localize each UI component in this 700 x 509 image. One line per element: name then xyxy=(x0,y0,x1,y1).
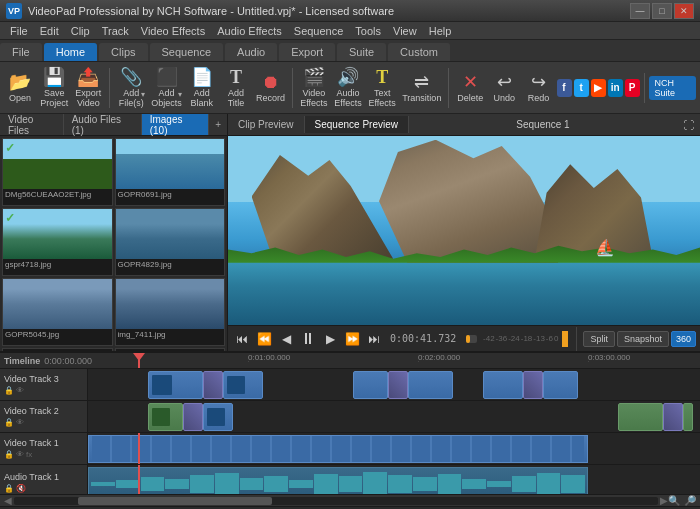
video-track-3-content[interactable] xyxy=(88,369,700,400)
track-lock-icon[interactable]: 🔒 xyxy=(4,484,14,493)
menu-sequence[interactable]: Sequence xyxy=(288,24,350,38)
media-tab-add[interactable]: + xyxy=(209,116,227,133)
zoom-in-icon[interactable]: 🔎 xyxy=(684,495,696,506)
timeline-clip[interactable] xyxy=(483,371,523,399)
timeline-transition[interactable] xyxy=(183,403,203,431)
tab-home[interactable]: Home xyxy=(44,43,97,61)
media-item[interactable]: 🖼 xyxy=(115,348,226,351)
maximize-button[interactable]: □ xyxy=(652,3,672,19)
media-item[interactable]: img_7411.jpg xyxy=(115,278,226,346)
add-title-button[interactable]: T Add Title xyxy=(220,65,252,111)
zoom-out-icon[interactable]: 🔍 xyxy=(668,495,680,506)
scroll-thumb[interactable] xyxy=(78,497,271,505)
tab-custom[interactable]: Custom xyxy=(388,43,450,61)
timeline-clip[interactable] xyxy=(353,371,388,399)
close-button[interactable]: ✕ xyxy=(674,3,694,19)
media-item[interactable]: gspr4718.jpg ✓ xyxy=(2,208,113,276)
timeline-clip[interactable] xyxy=(543,371,578,399)
export-video-button[interactable]: 📤 Export Video xyxy=(72,65,104,111)
video-track-1-content[interactable] xyxy=(88,433,700,464)
menu-audio-effects[interactable]: Audio Effects xyxy=(211,24,288,38)
media-item[interactable]: GOPR0691.jpg xyxy=(115,138,226,206)
media-item[interactable]: DMg56CUEAAO2ET.jpg ✓ xyxy=(2,138,113,206)
bottom-scrollbar[interactable]: ◀ ▶ 🔍 🔎 xyxy=(0,494,700,506)
menu-video-effects[interactable]: Video Effects xyxy=(135,24,211,38)
play-prev-button[interactable]: ⏪ xyxy=(254,329,274,349)
tab-file[interactable]: File xyxy=(0,43,42,61)
menu-clip[interactable]: Clip xyxy=(65,24,96,38)
track-mute-icon[interactable]: 🔇 xyxy=(16,484,26,493)
scroll-right-arrow[interactable]: ▶ xyxy=(660,495,668,506)
play-back-button[interactable]: ◀ xyxy=(276,329,296,349)
tab-clips[interactable]: Clips xyxy=(99,43,147,61)
timeline-transition[interactable] xyxy=(663,403,683,431)
fullscreen-button[interactable]: ⛶ xyxy=(677,116,700,134)
progress-bar[interactable] xyxy=(466,335,477,343)
youtube-button[interactable]: ▶ xyxy=(591,79,606,97)
transition-button[interactable]: ⇌ Transition xyxy=(400,65,443,111)
timeline-clip[interactable] xyxy=(148,403,183,431)
audio-clip[interactable] xyxy=(88,467,588,495)
nch-suite-button[interactable]: NCH Suite xyxy=(649,76,697,100)
vr-360-button[interactable]: 360 xyxy=(671,331,696,347)
track-lock-icon[interactable]: 🔒 xyxy=(4,450,14,459)
add-files-button[interactable]: 📎 Add File(s) xyxy=(115,65,147,111)
timeline-clip[interactable] xyxy=(203,403,233,431)
menu-track[interactable]: Track xyxy=(96,24,135,38)
video-effects-button[interactable]: 🎬 Video Effects xyxy=(298,65,330,111)
audio-effects-button[interactable]: 🔊 Audio Effects xyxy=(332,65,364,111)
tab-export[interactable]: Export xyxy=(279,43,335,61)
media-item[interactable]: 🖼 xyxy=(2,348,113,351)
split-button[interactable]: Split xyxy=(583,331,615,347)
linkedin-button[interactable]: in xyxy=(608,79,623,97)
open-button[interactable]: 📂 Open xyxy=(4,65,36,111)
pinterest-button[interactable]: P xyxy=(625,79,640,97)
play-start-button[interactable]: ⏮ xyxy=(232,329,252,349)
add-blank-button[interactable]: 📄 Add Blank xyxy=(186,65,218,111)
timeline-clip[interactable] xyxy=(683,403,693,431)
save-project-button[interactable]: 💾 Save Project xyxy=(38,65,70,111)
track-lock-icon[interactable]: 🔒 xyxy=(4,418,14,427)
media-tab-images[interactable]: Images (10) xyxy=(142,114,210,135)
media-tab-video[interactable]: Video Files xyxy=(0,114,64,135)
play-end-button[interactable]: ⏭ xyxy=(364,329,384,349)
track-eye-icon[interactable]: 👁 xyxy=(16,450,24,459)
timeline-transition[interactable] xyxy=(523,371,543,399)
play-forward-button[interactable]: ▶ xyxy=(320,329,340,349)
timeline-clip[interactable] xyxy=(148,371,203,399)
redo-button[interactable]: ↪ Redo xyxy=(522,65,554,111)
tab-audio[interactable]: Audio xyxy=(225,43,277,61)
timeline-clip[interactable] xyxy=(618,403,663,431)
play-next-button[interactable]: ⏩ xyxy=(342,329,362,349)
menu-edit[interactable]: Edit xyxy=(34,24,65,38)
twitter-button[interactable]: t xyxy=(574,79,589,97)
add-objects-button[interactable]: ⬛ Add Objects xyxy=(149,65,184,111)
track-eye-icon[interactable]: 👁 xyxy=(16,418,24,427)
menu-view[interactable]: View xyxy=(387,24,423,38)
scroll-track[interactable] xyxy=(14,497,658,505)
media-item[interactable]: GOPR5045.jpg xyxy=(2,278,113,346)
timeline-transition[interactable] xyxy=(203,371,223,399)
timeline-transition[interactable] xyxy=(388,371,408,399)
media-item[interactable]: GOPR4829.jpg xyxy=(115,208,226,276)
play-pause-button[interactable]: ⏸ xyxy=(298,329,318,349)
record-button[interactable]: ⏺ Record xyxy=(254,65,287,111)
scroll-left-arrow[interactable]: ◀ xyxy=(4,495,12,506)
sequence-preview-tab[interactable]: Sequence Preview xyxy=(305,116,409,133)
menu-help[interactable]: Help xyxy=(423,24,458,38)
facebook-button[interactable]: f xyxy=(557,79,572,97)
clip-preview-tab[interactable]: Clip Preview xyxy=(228,116,305,133)
media-tab-audio[interactable]: Audio Files (1) xyxy=(64,114,142,135)
undo-button[interactable]: ↩ Undo xyxy=(488,65,520,111)
track-eye-icon[interactable]: 👁 xyxy=(16,386,24,395)
timeline-clip[interactable] xyxy=(408,371,453,399)
track-fx-icon[interactable]: fx xyxy=(26,450,32,459)
audio-track-1-content[interactable] xyxy=(88,465,700,495)
timeline-clip[interactable] xyxy=(223,371,263,399)
minimize-button[interactable]: — xyxy=(630,3,650,19)
snapshot-button[interactable]: Snapshot xyxy=(617,331,669,347)
video-track-2-content[interactable] xyxy=(88,401,700,432)
tab-sequence[interactable]: Sequence xyxy=(150,43,224,61)
timeline-clip[interactable] xyxy=(88,435,588,463)
tab-suite[interactable]: Suite xyxy=(337,43,386,61)
